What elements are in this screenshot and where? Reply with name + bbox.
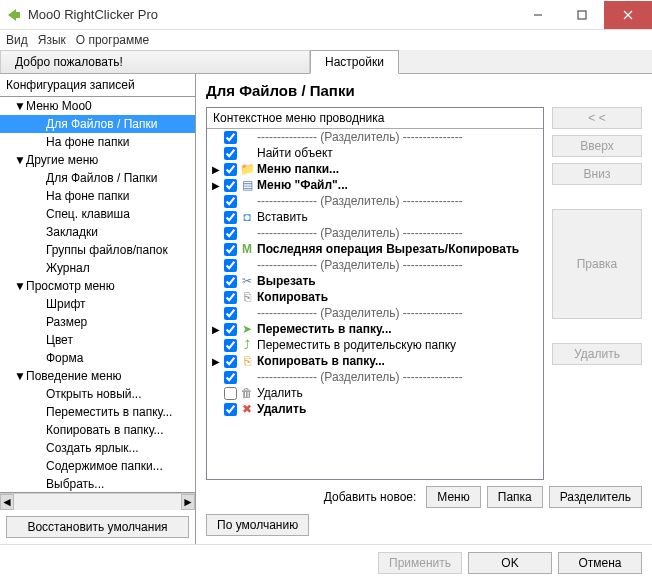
- row-checkbox[interactable]: [224, 355, 237, 368]
- row-label: --------------- (Разделитель) ----------…: [257, 258, 463, 272]
- tree-item[interactable]: Выбрать...: [0, 475, 195, 493]
- list-row[interactable]: ⎘Копировать: [207, 289, 543, 305]
- tree-item[interactable]: На фоне папки: [0, 187, 195, 205]
- tree-item[interactable]: ▼Другие меню: [0, 151, 195, 169]
- tree-item-label: На фоне папки: [46, 189, 129, 203]
- tree-hscroll[interactable]: ◄ ►: [0, 493, 195, 510]
- tab-welcome[interactable]: Добро пожаловать!: [0, 50, 310, 73]
- config-tree[interactable]: ▼Меню Moo0Для Файлов / ПапкиНа фоне папк…: [0, 97, 195, 493]
- list-row[interactable]: ▶➤Переместить в папку...: [207, 321, 543, 337]
- tree-item[interactable]: Открыть новый...: [0, 385, 195, 403]
- close-button[interactable]: [604, 1, 652, 29]
- cancel-button[interactable]: Отмена: [558, 552, 642, 574]
- hscroll-left-arrow[interactable]: ◄: [0, 494, 14, 510]
- tree-expand-arrow-icon[interactable]: ▼: [14, 279, 24, 293]
- move-down-button[interactable]: Вниз: [552, 163, 642, 185]
- row-checkbox[interactable]: [224, 403, 237, 416]
- row-checkbox[interactable]: [224, 259, 237, 272]
- row-checkbox[interactable]: [224, 179, 237, 192]
- row-checkbox[interactable]: [224, 243, 237, 256]
- list-row[interactable]: 🗑Удалить: [207, 385, 543, 401]
- row-checkbox[interactable]: [224, 227, 237, 240]
- list-row[interactable]: --------------- (Разделитель) ----------…: [207, 305, 543, 321]
- tree-item[interactable]: Копировать в папку...: [0, 421, 195, 439]
- row-checkbox[interactable]: [224, 147, 237, 160]
- list-row[interactable]: --------------- (Разделитель) ----------…: [207, 193, 543, 209]
- tab-settings[interactable]: Настройки: [310, 50, 399, 74]
- list-row[interactable]: ▶📁Меню папки...: [207, 161, 543, 177]
- expand-arrow-icon[interactable]: ▶: [211, 324, 221, 335]
- row-checkbox[interactable]: [224, 323, 237, 336]
- add-folder-button[interactable]: Папка: [487, 486, 543, 508]
- tree-expand-arrow-icon[interactable]: ▼: [14, 153, 24, 167]
- file-icon: ▤: [240, 178, 254, 192]
- menu-language[interactable]: Язык: [38, 33, 66, 47]
- context-menu-list[interactable]: --------------- (Разделитель) ----------…: [207, 129, 543, 479]
- tree-item[interactable]: Переместить в папку...: [0, 403, 195, 421]
- list-row[interactable]: ▶⎘Копировать в папку...: [207, 353, 543, 369]
- tree-item[interactable]: ▼Поведение меню: [0, 367, 195, 385]
- list-row[interactable]: ⤴Переместить в родительскую папку: [207, 337, 543, 353]
- expand-arrow-icon[interactable]: ▶: [211, 356, 221, 367]
- maximize-button[interactable]: [560, 1, 604, 29]
- tree-item[interactable]: Для Файлов / Папки: [0, 115, 195, 133]
- menu-about[interactable]: О программе: [76, 33, 149, 47]
- row-checkbox[interactable]: [224, 387, 237, 400]
- tree-item[interactable]: Форма: [0, 349, 195, 367]
- list-row[interactable]: MПоследняя операция Вырезать/Копировать: [207, 241, 543, 257]
- apply-button[interactable]: Применить: [378, 552, 462, 574]
- row-checkbox[interactable]: [224, 339, 237, 352]
- expand-arrow-icon[interactable]: ▶: [211, 164, 221, 175]
- tree-expand-arrow-icon[interactable]: ▼: [14, 99, 24, 113]
- collapse-button[interactable]: < <: [552, 107, 642, 129]
- tree-item[interactable]: Размер: [0, 313, 195, 331]
- hscroll-right-arrow[interactable]: ►: [181, 494, 195, 510]
- minimize-button[interactable]: [516, 1, 560, 29]
- ok-button[interactable]: OK: [468, 552, 552, 574]
- list-row[interactable]: --------------- (Разделитель) ----------…: [207, 225, 543, 241]
- list-row[interactable]: --------------- (Разделитель) ----------…: [207, 129, 543, 145]
- list-row[interactable]: Найти объект: [207, 145, 543, 161]
- row-checkbox[interactable]: [224, 163, 237, 176]
- list-row[interactable]: --------------- (Разделитель) ----------…: [207, 257, 543, 273]
- tree-item[interactable]: ▼Просмотр меню: [0, 277, 195, 295]
- defaults-button[interactable]: По умолчанию: [206, 514, 309, 536]
- list-row[interactable]: --------------- (Разделитель) ----------…: [207, 369, 543, 385]
- tree-item[interactable]: Содержимое папки...: [0, 457, 195, 475]
- list-row[interactable]: ▶▤Меню "Файл"...: [207, 177, 543, 193]
- svg-rect-1: [578, 11, 586, 19]
- tree-item[interactable]: На фоне папки: [0, 133, 195, 151]
- tab-settings-label: Настройки: [325, 55, 384, 69]
- row-checkbox[interactable]: [224, 371, 237, 384]
- tree-item[interactable]: Для Файлов / Папки: [0, 169, 195, 187]
- edit-button[interactable]: Правка: [552, 209, 642, 319]
- row-checkbox[interactable]: [224, 195, 237, 208]
- list-row[interactable]: ◘Вставить: [207, 209, 543, 225]
- tree-expand-arrow-icon[interactable]: ▼: [14, 369, 24, 383]
- add-separator-button[interactable]: Разделитель: [549, 486, 642, 508]
- tree-item[interactable]: Группы файлов/папок: [0, 241, 195, 259]
- tree-item[interactable]: Журнал: [0, 259, 195, 277]
- restore-defaults-button[interactable]: Восстановить умолчания: [6, 516, 189, 538]
- row-checkbox[interactable]: [224, 307, 237, 320]
- tree-item[interactable]: Закладки: [0, 223, 195, 241]
- list-row[interactable]: ✖Удалить: [207, 401, 543, 417]
- move-up-button[interactable]: Вверх: [552, 135, 642, 157]
- defaults-row: По умолчанию: [206, 514, 642, 536]
- row-checkbox[interactable]: [224, 211, 237, 224]
- tree-item[interactable]: Создать ярлык...: [0, 439, 195, 457]
- delete-button[interactable]: Удалить: [552, 343, 642, 365]
- row-label: Переместить в родительскую папку: [257, 338, 456, 352]
- add-menu-button[interactable]: Меню: [426, 486, 480, 508]
- row-checkbox[interactable]: [224, 275, 237, 288]
- tree-item[interactable]: Шрифт: [0, 295, 195, 313]
- tree-item[interactable]: Спец. клавиша: [0, 205, 195, 223]
- list-row[interactable]: ✂Вырезать: [207, 273, 543, 289]
- menu-view[interactable]: Вид: [6, 33, 28, 47]
- tree-item[interactable]: ▼Меню Moo0: [0, 97, 195, 115]
- row-checkbox[interactable]: [224, 131, 237, 144]
- tree-item[interactable]: Цвет: [0, 331, 195, 349]
- hscroll-track[interactable]: [14, 494, 181, 510]
- row-checkbox[interactable]: [224, 291, 237, 304]
- expand-arrow-icon[interactable]: ▶: [211, 180, 221, 191]
